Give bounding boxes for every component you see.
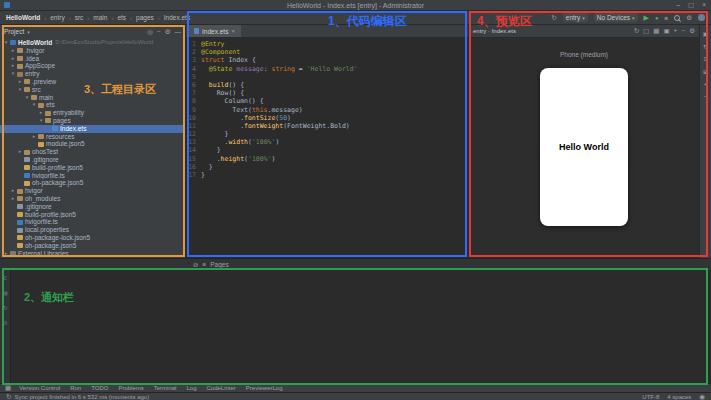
tool-window-button-todo[interactable]: TODO [91,385,108,391]
tree-item[interactable]: module.json5 [0,140,185,148]
tree-item[interactable]: ▾HelloWorldD:\DevEcoStudioProjects\Hello… [0,39,185,47]
tree-item[interactable]: ▾ets [0,101,185,109]
breadcrumb-item[interactable]: ets [117,14,126,21]
close-button[interactable]: × [702,1,706,9]
search-icon[interactable] [674,15,680,21]
tree-item[interactable]: ▸.idea [0,55,185,63]
pages-label[interactable]: Pages [210,261,228,268]
previewer-tab[interactable]: entry · Index.ets [473,28,516,34]
tool-window-button-version-control[interactable]: Version Control [19,385,60,391]
project-panel-title[interactable]: Project [4,28,24,35]
close-tab-icon[interactable]: × [231,28,235,34]
collapse-arrow-icon[interactable]: ▾ [10,70,16,78]
locate-icon[interactable]: ◎ [147,28,153,36]
sync-project-icon[interactable]: ↻ [551,14,556,22]
maximize-button[interactable]: ▢ [688,1,694,9]
history-icon[interactable]: ↻ [2,304,7,311]
tool-window-button-run[interactable]: Run [70,385,81,391]
avatar[interactable] [698,14,705,21]
collapse-all-icon[interactable]: − [157,28,161,36]
tree-item[interactable]: ▾pages [0,117,185,125]
tree-item[interactable]: oh-package-lock.json5 [0,234,185,242]
expand-arrow-icon[interactable]: ▸ [31,133,37,141]
device-select[interactable]: No Devices ▾ [594,13,638,22]
breadcrumb-item[interactable]: pages [136,14,154,21]
tree-item[interactable]: ▸AppScope [0,62,185,70]
tool-window-button-terminal[interactable]: Terminal [154,385,177,391]
list-icon[interactable]: ≡ [202,261,206,269]
rotate-icon[interactable]: ↻ [703,43,708,50]
settings-icon[interactable]: ⚙ [165,28,171,36]
tree-item[interactable]: build-profile.json5 [0,164,185,172]
breadcrumb-item[interactable]: Index.ets [164,14,190,21]
debug-button[interactable]: ● [655,15,659,21]
expand-arrow-icon[interactable]: ▸ [10,62,16,70]
notifications-icon[interactable]: ◉ [699,393,705,400]
breadcrumb-item[interactable]: HelloWorld [6,14,40,21]
editor-tab-index-ets[interactable]: Index.ets × [188,25,241,37]
component-tree-icon[interactable]: ≡ [704,56,708,62]
blocked-icon[interactable]: ⊘ [193,261,198,269]
tree-item[interactable]: local.properties [0,226,185,234]
tree-item[interactable]: hvigorfile.ts [0,218,185,226]
tree-item[interactable]: build-profile.json5 [0,211,185,219]
clear-icon[interactable]: ⊘ [2,319,7,326]
indent-indicator[interactable]: 4 spaces [667,394,691,400]
tree-item[interactable]: .gitignore [0,156,185,164]
expand-arrow-icon[interactable]: ▸ [10,47,16,55]
stop-button[interactable]: ■ [665,15,669,21]
expand-arrow-icon[interactable]: ▸ [10,187,16,195]
collapse-arrow-icon[interactable]: ▾ [17,86,23,94]
tree-item[interactable]: ▸oh_modules [0,195,185,203]
multi-preview-icon[interactable]: ⊞ [703,68,708,75]
collapse-arrow-icon[interactable]: ▾ [24,94,30,102]
expand-arrow-icon[interactable]: ▸ [10,195,16,203]
zoom-in-icon[interactable]: + [704,81,708,87]
tree-item[interactable]: .gitignore [0,203,185,211]
tree-item[interactable]: ▾entry [0,70,185,78]
collapse-arrow-icon[interactable]: ▾ [31,101,37,109]
expand-arrow-icon[interactable]: ▸ [38,109,44,117]
expand-arrow-icon[interactable]: ▸ [17,78,23,86]
zoom-out-icon[interactable]: − [681,27,685,35]
tree-item[interactable]: ▾main [0,94,185,102]
refresh-icon[interactable]: ↻ [634,27,639,35]
grid-icon[interactable]: ▦ [653,27,659,35]
expand-arrow-icon[interactable]: ▸ [17,148,23,156]
tree-item[interactable]: ▾src [0,86,185,94]
tool-window-button-previewerlog[interactable]: PreviewerLog [246,385,283,391]
tree-item[interactable]: ▸resources [0,133,185,141]
tree-item[interactable]: ▸.preview [0,78,185,86]
tool-window-button-problems[interactable]: Problems [118,385,143,391]
encoding-indicator[interactable]: UTF-8 [642,394,659,400]
inspector-icon[interactable]: ▣ [703,30,709,37]
run-button[interactable]: ▶ [644,14,649,22]
pin-icon[interactable]: ▤ [2,289,8,296]
tree-item[interactable]: hvigorfile.ts [0,172,185,180]
tree-item[interactable]: ▸hvigor [0,187,185,195]
tree-item[interactable]: oh-package.json5 [0,179,185,187]
run-config-select[interactable]: entry ▾ [563,13,588,22]
expand-arrow-icon[interactable]: ▸ [10,55,16,63]
tree-item[interactable]: oh-package.json5 [0,242,185,250]
tool-window-button-codelinter[interactable]: CodeLinter [206,385,235,391]
tree-item[interactable]: ▸entryability [0,109,185,117]
tool-window-button-log[interactable]: Log [186,385,196,391]
zoom-in-icon[interactable]: + [674,27,678,35]
settings-icon[interactable]: ⚙ [686,14,692,22]
orientation-icon[interactable]: ▢ [643,27,649,35]
tree-item[interactable]: ▸ohosTest [0,148,185,156]
expand-arrow-icon[interactable]: ▸ [3,250,9,258]
tool-windows-icon[interactable]: ▦ [5,384,11,392]
code-area[interactable]: 1@Entry2@Component3struct Index {4 @Stat… [186,38,468,258]
tree-item[interactable]: Index.ets [0,125,185,133]
breadcrumb-item[interactable]: src [75,14,84,21]
zoom-out-icon[interactable]: − [704,93,708,99]
settings-icon[interactable]: ⚙ [689,27,695,35]
breadcrumb-item[interactable]: entry [50,14,64,21]
inspector-icon[interactable]: ▣ [663,27,669,35]
collapse-arrow-icon[interactable]: ▾ [38,117,44,125]
tree-item[interactable]: ▸.hvigor [0,47,185,55]
collapse-arrow-icon[interactable]: ▾ [3,39,9,47]
breadcrumb-item[interactable]: main [93,14,107,21]
